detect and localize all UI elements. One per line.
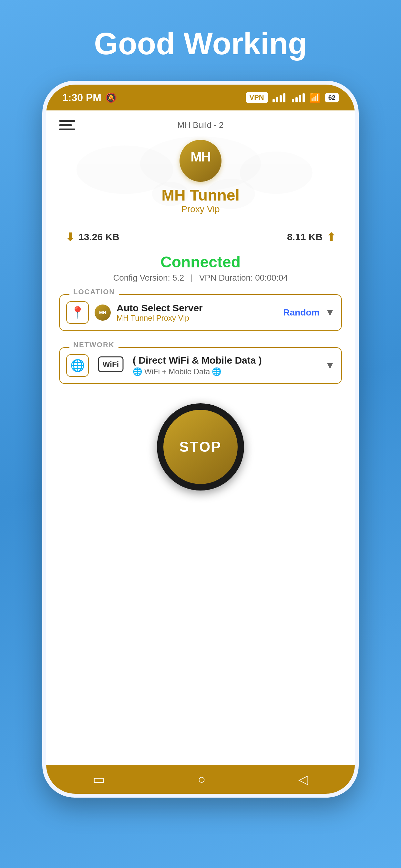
server-logo: MH — [95, 305, 111, 321]
hamburger-menu[interactable] — [59, 120, 75, 130]
phone-frame: 1:30 PM 🔕 VPN 📶 6 — [42, 81, 359, 798]
upload-value: 8.11 KB — [287, 231, 322, 243]
signal-bars-2 — [292, 93, 305, 102]
location-pin-icon: 📍 — [70, 306, 85, 319]
bar7 — [299, 95, 301, 102]
status-icons: VPN 📶 62 — [246, 92, 339, 103]
network-label: NETWORK — [69, 341, 119, 349]
location-row: 📍 MH Auto Select Server MH Tunnel Proxy … — [60, 295, 341, 330]
status-details: Config Version: 5.2 | VPN Duration: 00:0… — [46, 273, 355, 283]
signal-bars — [273, 93, 285, 102]
stop-button-container: STOP — [46, 403, 355, 491]
header-build-label: MH Build - 2 — [177, 120, 223, 130]
network-name: ( Direct WiFi & Mobile Data ) — [133, 355, 319, 366]
logo-circle: MH — [180, 140, 221, 182]
bar2 — [276, 97, 278, 102]
page-title: Good Working — [94, 26, 307, 61]
wifi-type-icon: WiFi — [95, 356, 127, 375]
app-header: MH Build - 2 — [46, 111, 355, 133]
duration-label: VPN Duration: 00:00:04 — [199, 273, 288, 283]
globe-icon: 🌐 — [70, 359, 85, 372]
svg-text:MH: MH — [190, 149, 210, 164]
nav-home-icon[interactable]: ○ — [197, 772, 205, 786]
download-icon: ⬇ — [66, 230, 74, 244]
connected-label: Connected — [46, 253, 355, 271]
server-name: Auto Select Server — [117, 303, 277, 314]
upload-icon: ⬆ — [327, 230, 335, 244]
bar1 — [273, 99, 275, 102]
status-time: 1:30 PM 🔕 — [62, 92, 117, 104]
stop-button-label: STOP — [179, 439, 221, 455]
hamburger-line2 — [59, 124, 72, 126]
network-sub: 🌐 WiFi + Mobile Data 🌐 — [133, 367, 319, 376]
config-label: Config Version: 5.2 — [113, 273, 184, 283]
server-brand: MH Tunnel Proxy Vip — [117, 314, 277, 322]
time-display: 1:30 PM — [62, 92, 101, 104]
alarm-icon: 🔕 — [105, 92, 117, 103]
divider: | — [190, 273, 193, 283]
globe-emoji1: 🌐 — [133, 367, 143, 376]
upload-stat: 8.11 KB ⬆ — [287, 230, 335, 244]
download-stat: ⬇ 13.26 KB — [66, 230, 120, 244]
bar4 — [283, 93, 285, 102]
phone-inner: 1:30 PM 🔕 VPN 📶 6 — [46, 85, 355, 794]
network-icon-box: 🌐 — [66, 354, 89, 377]
svg-point-2 — [240, 151, 312, 194]
download-value: 13.26 KB — [79, 231, 120, 243]
random-badge: Random — [283, 307, 319, 318]
nav-back-icon[interactable]: ◁ — [298, 772, 308, 786]
server-info: Auto Select Server MH Tunnel Proxy Vip — [117, 303, 277, 322]
hamburger-line3 — [59, 128, 75, 130]
network-chevron-icon[interactable]: ▼ — [325, 360, 335, 371]
network-info: ( Direct WiFi & Mobile Data ) 🌐 WiFi + M… — [133, 355, 319, 376]
location-label: LOCATION — [69, 288, 119, 296]
stop-button-inner: STOP — [163, 410, 238, 484]
location-icon-box: 📍 — [66, 301, 89, 324]
app-subtitle: Proxy Vip — [181, 204, 220, 214]
chevron-down-icon[interactable]: ▼ — [325, 307, 335, 318]
bar6 — [296, 97, 298, 102]
svg-point-0 — [76, 145, 174, 194]
nav-recents-icon[interactable]: ▭ — [93, 772, 105, 786]
app-name: MH Tunnel — [161, 186, 240, 204]
wifi-status-icon: 📶 — [309, 92, 320, 103]
connection-status: Connected Config Version: 5.2 | VPN Dura… — [46, 250, 355, 284]
status-bar: 1:30 PM 🔕 VPN 📶 6 — [46, 85, 355, 111]
app-spacer — [46, 503, 355, 765]
stats-row: ⬇ 13.26 KB 8.11 KB ⬆ — [46, 224, 355, 250]
vpn-badge: VPN — [246, 92, 268, 103]
stop-button[interactable]: STOP — [157, 403, 244, 491]
battery-display: 62 — [325, 93, 339, 102]
bottom-nav: ▭ ○ ◁ — [46, 765, 355, 794]
bar8 — [303, 93, 305, 102]
globe-emoji2: 🌐 — [212, 367, 221, 376]
hamburger-line1 — [59, 120, 75, 122]
svg-text:WiFi: WiFi — [103, 360, 119, 369]
network-row: 🌐 WiFi ( Direct WiFi & Mobile Data ) 🌐 W… — [60, 348, 341, 383]
bar3 — [280, 95, 282, 102]
bar5 — [292, 99, 294, 102]
network-section[interactable]: NETWORK 🌐 WiFi ( Direct WiFi & Mobile Da… — [59, 347, 342, 384]
location-section[interactable]: LOCATION 📍 MH Auto Select Server MH Tunn… — [59, 294, 342, 331]
logo-area: MH MH Tunnel Proxy Vip — [46, 133, 355, 224]
logo-monogram: MH — [188, 146, 213, 176]
